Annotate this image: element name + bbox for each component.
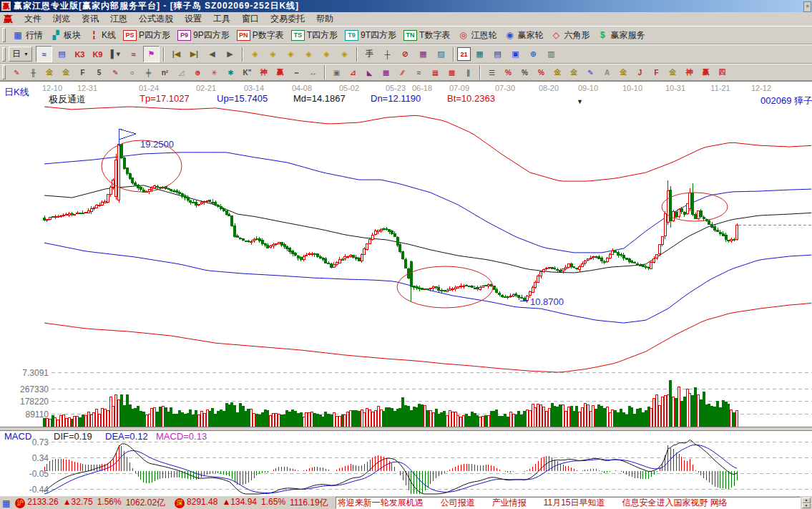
first-bar-icon[interactable]: |◀ (168, 46, 185, 62)
winner-service-button[interactable]: $赢家服务 (593, 29, 648, 42)
export-icon[interactable]: ▥ (543, 46, 559, 62)
hash-ticks-icon[interactable]: ╪ (141, 65, 156, 80)
wave-tool-icon[interactable]: ≈ (411, 65, 426, 80)
next-bar-icon[interactable]: ▶ (222, 46, 238, 62)
info-panel-icon[interactable]: ▤ (54, 46, 70, 62)
menu-item-公式选股[interactable]: 公式选股 (133, 12, 179, 26)
t9-square-button[interactable]: T99T四方形 (341, 29, 400, 42)
percent-under-icon[interactable]: % (534, 65, 549, 80)
gold-under-icon[interactable]: 金 (616, 65, 631, 80)
news-up-icon[interactable]: ▲ (802, 498, 811, 503)
red-crosshair-icon[interactable]: ⊕ (190, 65, 205, 80)
width-arrows-icon[interactable]: ↔ (305, 65, 321, 80)
window-control-partial[interactable]: ≡ (803, 1, 811, 12)
box-draw-icon[interactable]: ▣ (329, 65, 344, 80)
toolbar-grip[interactable] (2, 28, 6, 42)
chart-area[interactable]: 日K线 极反通道 002069 獐子岛 ▼ 19.2500 10.8700 12… (0, 81, 812, 495)
p9-square-button[interactable]: P99P四方形 (174, 29, 233, 42)
f-ticks-icon[interactable]: F (75, 65, 90, 80)
network-icon[interactable]: ⊕ (525, 46, 542, 62)
gold-grid1-icon[interactable]: 金 (42, 65, 57, 80)
candle-style-icon[interactable]: ▌▾ (107, 46, 124, 62)
sectors-button[interactable]: ▞板块 (47, 29, 84, 42)
gold-angle-icon[interactable]: 金 (665, 65, 680, 80)
grid-ticks-icon[interactable]: ╫ (26, 65, 41, 80)
ying-angle-icon[interactable]: 赢 (698, 65, 713, 80)
pan-hand-icon[interactable]: 手 (361, 46, 378, 62)
menu-item-窗口[interactable]: 窗口 (236, 12, 265, 26)
pattern-icon[interactable]: ▨ (433, 46, 449, 62)
t-square-button[interactable]: TST四方形 (288, 29, 341, 42)
red-grid-b-icon[interactable]: ▩ (444, 65, 459, 80)
si-angle-icon[interactable]: 四 (715, 65, 730, 80)
percent-icon[interactable]: % (517, 65, 532, 80)
red-star-icon[interactable]: ✳ (207, 65, 222, 80)
winner-wheel-button[interactable]: ◉赢家轮 (500, 29, 547, 42)
p-table-button[interactable]: PNP数字表 (233, 29, 288, 42)
n-square-icon[interactable]: n² (157, 65, 172, 80)
flag-tool-icon[interactable]: ⚑ (143, 46, 160, 62)
toolbar-grip[interactable] (2, 47, 6, 62)
gann-wheel-button[interactable]: ◎江恩轮 (454, 29, 500, 42)
fan-lines-icon[interactable]: ⊿ (346, 65, 361, 80)
web-icon[interactable]: ✱ (223, 65, 238, 80)
toolbar-grip[interactable] (2, 65, 6, 79)
percent-line-red-icon[interactable]: % (501, 65, 516, 80)
prev-bar-icon[interactable]: ◀ (204, 46, 220, 62)
period-day-dropdown[interactable]: 日▼ (9, 47, 32, 62)
t-table-button[interactable]: TNT数字表 (400, 29, 454, 42)
menu-item-江恩[interactable]: 江恩 (104, 12, 133, 26)
red-wave-icon[interactable]: ≈ (125, 46, 142, 62)
gann-diamond-icon-3[interactable]: ◈ (283, 46, 299, 62)
p-square-button[interactable]: PSP四方形 (119, 29, 174, 42)
fan-box-icon[interactable]: ◣ (362, 65, 377, 80)
ying-tool-icon[interactable]: 赢 (273, 65, 288, 80)
ruler123-icon[interactable]: ┅ (289, 65, 304, 80)
pen-tool-icon[interactable]: ✎ (9, 65, 24, 80)
gold-line-icon[interactable]: 金 (567, 65, 582, 80)
parallel-lines-icon[interactable]: ∥ (461, 65, 476, 80)
menu-item-工具[interactable]: 工具 (207, 12, 236, 26)
gann-diamond-icon-6[interactable]: ◈ (336, 46, 353, 62)
status-quote-icon[interactable]: ▦ (2, 498, 10, 508)
news-ticker[interactable]: 将迎来新一轮发展机遇 公司报道 产业情报 11月15日早知道 信息安全进入国家视… (336, 497, 801, 509)
hexagon-button[interactable]: ◇六角形 (547, 29, 593, 42)
menu-item-资讯[interactable]: 资讯 (76, 12, 104, 26)
gann-diamond-icon-2[interactable]: ◈ (265, 46, 281, 62)
gold-circle-icon[interactable]: 金 (550, 65, 565, 80)
channel-tool-icon[interactable]: ≈ (36, 46, 52, 62)
kline3-icon[interactable]: K3 (72, 46, 88, 62)
menu-item-设置[interactable]: 设置 (179, 12, 207, 26)
gold-grid2-icon[interactable]: 金 (59, 65, 74, 80)
cycle-circle-icon[interactable]: ○ (124, 65, 140, 80)
k-quote-icon[interactable]: K" (240, 65, 255, 80)
set-square-icon[interactable]: ◿ (174, 65, 189, 80)
j-angle-icon[interactable]: J (632, 65, 647, 80)
kline-button[interactable]: ╏K线 (84, 29, 119, 42)
crosshair-icon[interactable]: ┼ (379, 46, 396, 62)
quotes-button[interactable]: ▦行情 (9, 29, 47, 42)
red-grid-a-icon[interactable]: ▦ (428, 65, 443, 80)
news-down-icon[interactable]: ▼ (802, 503, 811, 509)
calculator-icon[interactable]: ▦ (471, 46, 488, 62)
a-wave-icon[interactable]: A (600, 65, 615, 80)
pen-chart-icon[interactable]: ✎ (583, 65, 598, 80)
calendar-icon[interactable]: 21 (457, 47, 471, 61)
menu-item-交易委托[interactable]: 交易委托 (265, 12, 310, 26)
last-bar-icon[interactable]: ▶| (186, 46, 202, 62)
notes-icon[interactable]: ▤ (489, 46, 506, 62)
gann-box-icon[interactable]: ▦ (415, 46, 431, 62)
grid-box-icon[interactable]: ▩ (378, 65, 393, 80)
pen2-tool-icon[interactable]: ✎ (108, 65, 123, 80)
five-ticks-icon[interactable]: 5 (92, 65, 107, 80)
save-icon[interactable]: ▣ (507, 46, 524, 62)
angle-lines-icon[interactable]: ∕∕ (395, 65, 410, 80)
shen-angle-icon[interactable]: 神 (682, 65, 697, 80)
menu-item-帮助[interactable]: 帮助 (310, 12, 339, 26)
kline9-icon[interactable]: K9 (89, 46, 106, 62)
zoom-off-icon[interactable]: ⊘ (397, 46, 414, 62)
price-bars-icon[interactable]: ☰ (484, 65, 499, 80)
gann-diamond-icon-5[interactable]: ◈ (318, 46, 335, 62)
gann-diamond-icon-1[interactable]: ◈ (247, 46, 263, 62)
f-angle-icon[interactable]: F (649, 65, 664, 80)
